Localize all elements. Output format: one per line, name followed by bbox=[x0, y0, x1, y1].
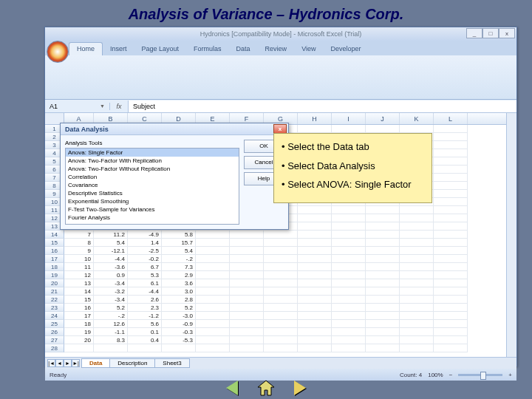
tab-view[interactable]: View bbox=[294, 43, 323, 55]
cell[interactable] bbox=[230, 344, 264, 352]
cell[interactable] bbox=[366, 255, 400, 263]
col-H[interactable]: H bbox=[298, 113, 332, 124]
cell[interactable] bbox=[400, 231, 434, 239]
tab-data[interactable]: Data bbox=[229, 43, 258, 55]
cell[interactable]: 8.3 bbox=[94, 336, 128, 344]
cell[interactable] bbox=[434, 328, 468, 336]
cell[interactable] bbox=[196, 344, 230, 352]
cell[interactable] bbox=[366, 247, 400, 255]
sheet-nav-first[interactable]: |◄ bbox=[47, 359, 55, 367]
cell[interactable] bbox=[400, 336, 434, 344]
cell[interactable]: 19 bbox=[64, 328, 94, 336]
cell[interactable] bbox=[400, 255, 434, 263]
cell[interactable] bbox=[196, 312, 230, 320]
cell[interactable] bbox=[298, 344, 332, 352]
sheet-tab-description[interactable]: Description bbox=[109, 358, 155, 368]
vertical-scrollbar[interactable] bbox=[506, 113, 516, 357]
cell[interactable]: 6.1 bbox=[128, 279, 162, 287]
cell[interactable]: 12 bbox=[64, 271, 94, 279]
cell[interactable] bbox=[298, 287, 332, 296]
cell[interactable]: 2.3 bbox=[128, 304, 162, 312]
maximize-button[interactable]: □ bbox=[482, 28, 499, 38]
analysis-tool-item[interactable]: Fourier Analysis bbox=[66, 214, 239, 222]
cell[interactable] bbox=[298, 328, 332, 336]
sheet-tab-data[interactable]: Data bbox=[81, 358, 110, 368]
cell[interactable]: -1.1 bbox=[94, 328, 128, 336]
analysis-tool-item[interactable]: F-Test Two-Sample for Variances bbox=[66, 205, 239, 214]
cell[interactable]: 18 bbox=[64, 320, 94, 328]
cell[interactable]: -12.1 bbox=[94, 247, 128, 255]
cell[interactable] bbox=[230, 263, 264, 271]
cell[interactable] bbox=[64, 344, 94, 352]
analysis-tool-item[interactable]: Anova: Two-Factor Without Replication bbox=[66, 165, 239, 173]
cell[interactable] bbox=[434, 344, 468, 352]
name-box[interactable]: A1 ▼ bbox=[45, 103, 110, 110]
cell[interactable]: 2.9 bbox=[162, 271, 196, 279]
analysis-tool-item[interactable]: Correlation bbox=[66, 173, 239, 181]
window-close-button[interactable]: x bbox=[499, 28, 515, 38]
cell[interactable]: 7.3 bbox=[162, 263, 196, 271]
cell[interactable] bbox=[298, 336, 332, 344]
cell[interactable] bbox=[94, 344, 128, 352]
row-header[interactable]: 19 bbox=[45, 271, 64, 279]
cell[interactable] bbox=[230, 279, 264, 287]
cell[interactable] bbox=[230, 239, 264, 247]
row-18[interactable]: 1811-3.66.77.3 bbox=[45, 263, 516, 271]
row-header[interactable]: 22 bbox=[45, 296, 64, 304]
cell[interactable] bbox=[196, 320, 230, 328]
cell[interactable]: 5.8 bbox=[162, 231, 196, 239]
cell[interactable] bbox=[264, 304, 298, 312]
cell[interactable] bbox=[434, 141, 468, 149]
cell[interactable] bbox=[366, 271, 400, 279]
cell[interactable]: -3.4 bbox=[94, 296, 128, 304]
cell[interactable] bbox=[366, 222, 400, 231]
cell[interactable]: 7 bbox=[64, 231, 94, 239]
analysis-tool-item[interactable]: Descriptive Statistics bbox=[66, 189, 239, 197]
cell[interactable]: -3.6 bbox=[94, 263, 128, 271]
cell[interactable] bbox=[264, 255, 298, 263]
cell[interactable]: 0.1 bbox=[128, 328, 162, 336]
zoom-in-button[interactable]: + bbox=[508, 372, 512, 378]
col-L[interactable]: L bbox=[434, 113, 468, 124]
cell[interactable] bbox=[434, 174, 468, 182]
sheet-nav-prev[interactable]: ◄ bbox=[55, 359, 64, 367]
tab-page-layout[interactable]: Page Layout bbox=[134, 43, 187, 55]
cell[interactable] bbox=[230, 320, 264, 328]
cell[interactable] bbox=[366, 336, 400, 344]
row-22[interactable]: 2215-3.42.62.8 bbox=[45, 296, 516, 304]
minimize-button[interactable]: _ bbox=[466, 28, 482, 38]
next-slide-icon[interactable] bbox=[290, 380, 310, 396]
tab-home[interactable]: Home bbox=[69, 42, 103, 55]
cell[interactable] bbox=[400, 222, 434, 231]
cell[interactable]: -0.3 bbox=[162, 328, 196, 336]
cell[interactable]: 6.7 bbox=[128, 263, 162, 271]
cell[interactable] bbox=[400, 320, 434, 328]
cell[interactable]: 11.2 bbox=[94, 231, 128, 239]
cell[interactable]: -5.3 bbox=[162, 336, 196, 344]
cell[interactable] bbox=[128, 344, 162, 352]
cell[interactable] bbox=[332, 214, 366, 222]
cell[interactable] bbox=[230, 296, 264, 304]
cell[interactable]: 5.2 bbox=[94, 304, 128, 312]
cell[interactable] bbox=[400, 279, 434, 287]
cell[interactable] bbox=[332, 328, 366, 336]
cell[interactable] bbox=[298, 231, 332, 239]
cell[interactable] bbox=[264, 263, 298, 271]
cell[interactable] bbox=[434, 320, 468, 328]
tab-insert[interactable]: Insert bbox=[103, 43, 134, 55]
cell[interactable] bbox=[264, 344, 298, 352]
cell[interactable] bbox=[264, 312, 298, 320]
cell[interactable] bbox=[332, 304, 366, 312]
row-header[interactable]: 26 bbox=[45, 328, 64, 336]
cell[interactable] bbox=[400, 263, 434, 271]
cell[interactable] bbox=[298, 263, 332, 271]
row-header[interactable]: 27 bbox=[45, 336, 64, 344]
cell[interactable] bbox=[366, 296, 400, 304]
chevron-down-icon[interactable]: ▼ bbox=[100, 103, 105, 109]
row-header[interactable]: 16 bbox=[45, 247, 64, 255]
cell[interactable] bbox=[332, 222, 366, 231]
cell[interactable]: 20 bbox=[64, 336, 94, 344]
cell[interactable] bbox=[332, 320, 366, 328]
cell[interactable]: 10 bbox=[64, 255, 94, 263]
cell[interactable]: 17 bbox=[64, 312, 94, 320]
